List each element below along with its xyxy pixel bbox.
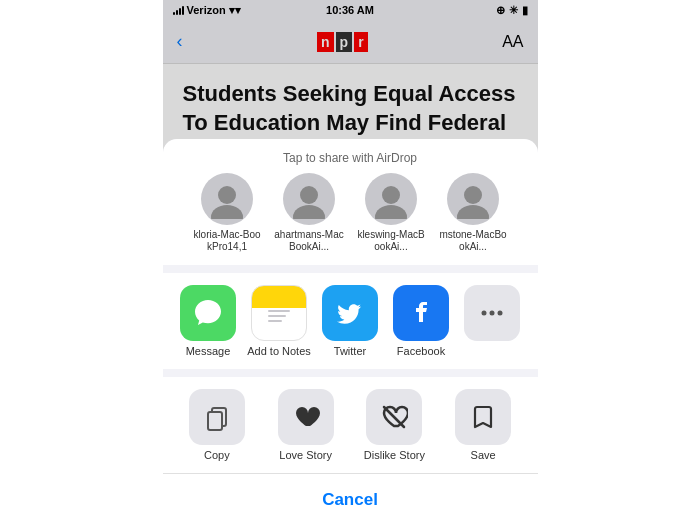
svg-point-4 (382, 186, 400, 204)
svg-point-7 (457, 205, 489, 219)
avatar-svg-0 (207, 179, 247, 219)
more-svg (478, 299, 506, 327)
dislike-svg (380, 403, 408, 431)
svg-point-5 (375, 205, 407, 219)
svg-point-6 (464, 186, 482, 204)
more-icon (464, 285, 520, 341)
copy-icon (189, 389, 245, 445)
svg-point-1 (211, 205, 243, 219)
action-dislike[interactable]: Dislike Story (358, 389, 430, 461)
airdrop-avatar-2[interactable]: kleswing-MacBookAi... (355, 173, 427, 253)
facebook-svg (404, 296, 438, 330)
dislike-icon (366, 389, 422, 445)
app-more[interactable] (457, 285, 528, 357)
airdrop-avatar-1[interactable]: ahartmans-MacBookAi... (273, 173, 345, 253)
avatar-name-0: kloria-Mac-BookPro14,1 (191, 229, 263, 253)
svg-rect-9 (268, 315, 286, 317)
dislike-label: Dislike Story (364, 449, 425, 461)
notes-label: Add to Notes (247, 345, 311, 357)
love-icon (278, 389, 334, 445)
avatar-svg-3 (453, 179, 493, 219)
airdrop-label: Tap to share with AirDrop (163, 147, 538, 165)
love-svg (292, 403, 320, 431)
avatar-image-0 (201, 173, 253, 225)
message-label: Message (186, 345, 231, 357)
twitter-icon (322, 285, 378, 341)
app-message[interactable]: Message (173, 285, 244, 357)
save-svg (469, 403, 497, 431)
avatar-image-1 (283, 173, 335, 225)
svg-point-2 (300, 186, 318, 204)
svg-point-12 (490, 311, 495, 316)
action-love[interactable]: Love Story (270, 389, 342, 461)
avatar-image-2 (365, 173, 417, 225)
actions-section: Copy Love Story Dislike Story (163, 377, 538, 473)
app-facebook[interactable]: Facebook (386, 285, 457, 357)
avatar-svg-1 (289, 179, 329, 219)
svg-rect-8 (268, 310, 290, 312)
svg-rect-15 (208, 412, 222, 430)
apps-section: Message Add to Notes T (163, 273, 538, 369)
facebook-icon (393, 285, 449, 341)
airdrop-avatars: kloria-Mac-BookPro14,1 ahartmans-MacBook… (163, 173, 538, 253)
app-notes[interactable]: Add to Notes (244, 285, 315, 357)
save-icon (455, 389, 511, 445)
share-sheet: Tap to share with AirDrop kloria-Mac-Boo… (163, 139, 538, 473)
copy-svg (203, 403, 231, 431)
notes-svg (262, 296, 296, 330)
svg-rect-10 (268, 320, 282, 322)
svg-point-0 (218, 186, 236, 204)
avatar-name-3: mstone-MacBookAi... (437, 229, 509, 253)
cancel-button[interactable]: Cancel (163, 473, 538, 525)
app-twitter[interactable]: Twitter (315, 285, 386, 357)
avatar-name-2: kleswing-MacBookAi... (355, 229, 427, 253)
avatar-image-3 (447, 173, 499, 225)
love-label: Love Story (279, 449, 332, 461)
copy-label: Copy (204, 449, 230, 461)
phone-frame: Verizon ▾▾ 10:36 AM ⊕ ✳ ▮ ‹ n p r AA Stu… (163, 0, 538, 525)
avatar-svg-2 (371, 179, 411, 219)
svg-point-11 (482, 311, 487, 316)
action-save[interactable]: Save (447, 389, 519, 461)
airdrop-avatar-0[interactable]: kloria-Mac-BookPro14,1 (191, 173, 263, 253)
twitter-label: Twitter (334, 345, 366, 357)
facebook-label: Facebook (397, 345, 445, 357)
svg-point-3 (293, 205, 325, 219)
twitter-svg (333, 296, 367, 330)
avatar-name-1: ahartmans-MacBookAi... (273, 229, 345, 253)
airdrop-section: Tap to share with AirDrop kloria-Mac-Boo… (163, 139, 538, 265)
message-icon (180, 285, 236, 341)
notes-icon (251, 285, 307, 341)
message-svg (191, 296, 225, 330)
save-label: Save (471, 449, 496, 461)
airdrop-avatar-3[interactable]: mstone-MacBookAi... (437, 173, 509, 253)
svg-point-13 (498, 311, 503, 316)
action-copy[interactable]: Copy (181, 389, 253, 461)
